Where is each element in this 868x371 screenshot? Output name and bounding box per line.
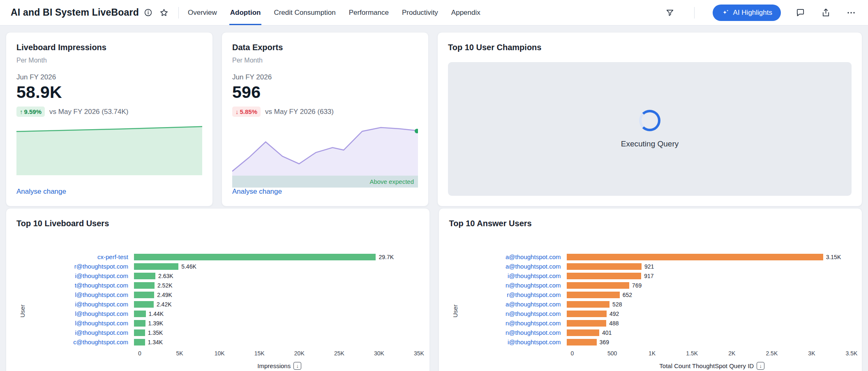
category-label[interactable]: l@thoughtspot.com (28, 310, 134, 317)
tab-performance[interactable]: Performance (348, 0, 390, 25)
share-icon[interactable] (820, 7, 832, 19)
bar[interactable] (134, 273, 155, 279)
tab-credit-consumption[interactable]: Credit Consumption (273, 0, 336, 25)
category-label[interactable]: l@thoughtspot.com (28, 291, 134, 298)
bar[interactable] (134, 292, 154, 298)
bar[interactable] (567, 311, 607, 317)
value-label: 769 (632, 282, 642, 289)
analyse-change-link[interactable]: Analyse change (232, 188, 418, 196)
kpi-delta-badge: ↑ 9.59% (16, 107, 45, 117)
x-tick-label: 35K (414, 350, 424, 357)
category-label[interactable]: l@thoughtspot.com (28, 320, 134, 327)
bar-row: n@thoughtspot.com769 (461, 281, 852, 290)
category-label[interactable]: i@thoughtspot.com (28, 301, 134, 308)
category-label[interactable]: n@thoughtspot.com (461, 282, 567, 289)
analyse-change-link[interactable]: Analyse change (16, 188, 202, 196)
value-label: 2.52K (157, 282, 173, 289)
tab-productivity[interactable]: Productivity (401, 0, 439, 25)
query-loading-panel: Executing Query (448, 62, 852, 196)
tab-adoption[interactable]: Adoption (229, 0, 262, 25)
bar[interactable] (567, 339, 597, 345)
more-options-icon[interactable] (845, 7, 857, 19)
x-axis-title[interactable]: Impressions↓ (140, 362, 419, 370)
star-icon[interactable] (158, 7, 170, 19)
bar-track: 921 (567, 262, 852, 271)
bar[interactable] (134, 329, 145, 336)
category-label[interactable]: t@thoughtspot.com (28, 282, 134, 289)
bar[interactable] (567, 320, 607, 327)
x-tick-label: 2.5K (766, 350, 778, 357)
category-label[interactable]: n@thoughtspot.com (461, 310, 567, 317)
bar-row: i@thoughtspot.com917 (461, 271, 852, 281)
bar-row: a@thoughtspot.com921 (461, 262, 852, 271)
sparkle-icon (721, 9, 729, 17)
category-label[interactable]: a@thoughtspot.com (461, 301, 567, 308)
ai-highlights-button[interactable]: AI Highlights (713, 5, 781, 21)
bar-track: 2.49K (134, 290, 419, 299)
category-label[interactable]: n@thoughtspot.com (461, 320, 567, 327)
bar[interactable] (567, 273, 642, 279)
bar[interactable] (567, 301, 610, 308)
category-label[interactable]: a@thoughtspot.com (461, 263, 567, 270)
category-label[interactable]: a@thoughtspot.com (461, 253, 567, 260)
tab-overview[interactable]: Overview (187, 0, 218, 25)
bar[interactable] (567, 282, 629, 289)
bar[interactable] (567, 292, 620, 298)
bar-track: 401 (567, 328, 852, 337)
bar[interactable] (134, 301, 154, 308)
category-label[interactable]: c@thoughtspot.com (28, 339, 134, 345)
category-label[interactable]: i@thoughtspot.com (461, 339, 567, 345)
card-title: Liveboard Impressions (16, 43, 202, 52)
x-tick-label: 0 (571, 350, 574, 357)
impressions-sparkline (16, 125, 202, 175)
bar[interactable] (134, 282, 155, 289)
tab-appendix[interactable]: Appendix (450, 0, 481, 25)
kpi-period: Jun FY 2026 (16, 73, 202, 81)
category-label[interactable]: cx-perf-test (28, 253, 134, 260)
category-label[interactable]: i@thoughtspot.com (28, 329, 134, 336)
bar-row: r@thoughtspot.com5.46K (28, 262, 419, 271)
bar[interactable] (134, 320, 145, 327)
bar[interactable] (134, 339, 145, 345)
category-label[interactable]: n@thoughtspot.com (461, 329, 567, 336)
info-icon[interactable] (142, 7, 155, 19)
liveboard-users-bar-chart: Usercx-perf-test29.7Kr@thoughtspot.com5.… (16, 252, 419, 370)
category-label[interactable]: i@thoughtspot.com (28, 272, 134, 279)
bar[interactable] (134, 311, 146, 317)
category-label[interactable]: i@thoughtspot.com (461, 272, 567, 279)
divider (694, 7, 695, 19)
sort-descending-icon[interactable]: ↓ (757, 362, 764, 370)
band-label: Above expected (369, 178, 414, 185)
value-label: 2.49K (157, 292, 172, 298)
value-label: 528 (612, 301, 622, 308)
category-label[interactable]: r@thoughtspot.com (28, 263, 134, 270)
bar[interactable] (134, 263, 178, 270)
card-data-exports: Data Exports Per Month Jun FY 2026 596 ↓… (222, 32, 429, 206)
category-label[interactable]: r@thoughtspot.com (461, 291, 567, 298)
card-title: Top 10 Liveboard Users (16, 219, 419, 228)
bar-row: n@thoughtspot.com492 (461, 309, 852, 318)
y-axis-title: User (449, 252, 461, 370)
filter-icon[interactable] (664, 7, 676, 19)
x-axis-title[interactable]: Total Count ThoughtSpot Query ID↓ (573, 362, 852, 370)
bar[interactable] (567, 263, 642, 270)
bar-track: 369 (567, 337, 852, 347)
latest-point-dot (415, 129, 418, 133)
bar-row: i@thoughtspot.com2.63K (28, 271, 419, 281)
arrow-down-icon: ↓ (235, 108, 239, 115)
value-label: 1.34K (148, 339, 163, 345)
bar-track: 5.46K (134, 262, 419, 271)
kpi-value: 58.9K (16, 83, 202, 102)
card-liveboard-impressions: Liveboard Impressions Per Month Jun FY 2… (6, 32, 213, 206)
x-tick-label: 5K (176, 350, 183, 357)
bar[interactable] (567, 254, 823, 260)
bar[interactable] (134, 254, 376, 260)
sort-descending-icon[interactable]: ↓ (293, 362, 301, 370)
bar-track: 1.44K (134, 309, 419, 318)
comment-icon[interactable] (794, 7, 806, 19)
kpi-delta: 5.85% (240, 108, 258, 115)
divider (178, 7, 179, 19)
bar[interactable] (567, 329, 599, 336)
bar-track: 2.42K (134, 299, 419, 309)
value-label: 5.46K (181, 263, 196, 270)
